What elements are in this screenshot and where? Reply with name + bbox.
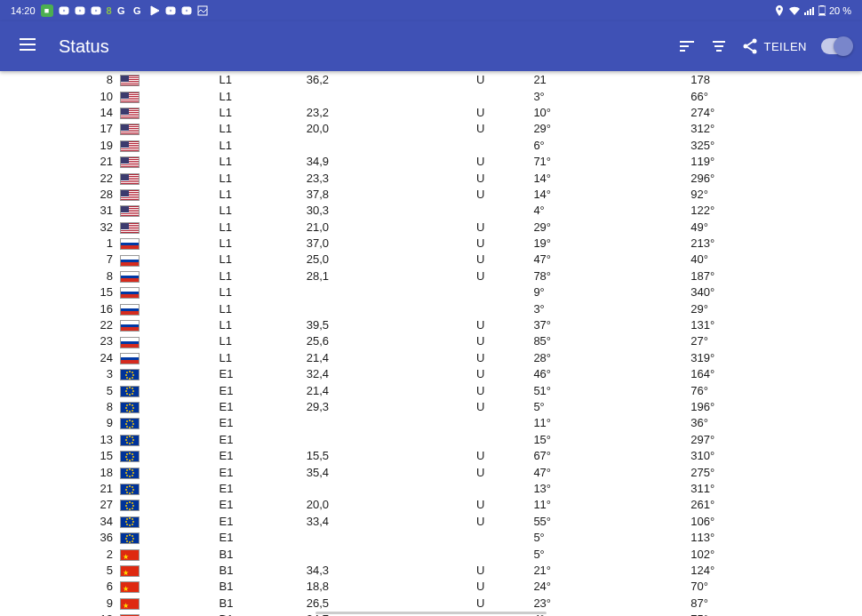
sat-azim: 40° (687, 252, 862, 268)
sat-azim: 261° (687, 497, 862, 513)
table-row: 15L19°340° (0, 284, 862, 300)
table-row: 7L125,0U47°40° (0, 252, 862, 268)
toggle-switch[interactable] (821, 38, 851, 54)
sat-azim: 325° (687, 138, 862, 154)
sat-snr: 37,8 (303, 187, 431, 203)
sat-used: U (431, 563, 530, 579)
sort-button[interactable] (671, 30, 703, 62)
satellite-table: 8L136,2U2117810L13°66°14L123,2U10°274°17… (0, 72, 862, 616)
table-row: 19L16°325° (0, 138, 862, 154)
sat-snr: 30,3 (303, 203, 431, 219)
table-row: 28L137,8U14°92° (0, 187, 862, 203)
sat-elev: 71° (530, 154, 687, 170)
sat-azim: 29° (687, 300, 862, 316)
flag-cn-icon (120, 581, 140, 593)
flag-eu-icon (120, 402, 140, 413)
sat-used (431, 481, 530, 497)
svg-marker-8 (151, 6, 159, 15)
sat-elev: 24° (530, 579, 687, 595)
flag-eu-icon (120, 386, 140, 397)
sat-azim: 310° (687, 448, 862, 464)
table-row: 13E115°297° (0, 432, 862, 448)
flag-eu-icon (120, 516, 140, 528)
sat-azim: 187° (687, 268, 862, 284)
sat-snr: 35,4 (303, 464, 431, 480)
sat-used (431, 546, 530, 562)
sat-snr (303, 415, 431, 431)
table-row: 31L130,34°122° (0, 203, 862, 219)
flag-us-icon (120, 108, 140, 119)
table-row: 8L136,2U21178 (0, 72, 862, 88)
flag-cn-icon (120, 598, 140, 610)
youtube-icon (75, 5, 85, 16)
sat-flag (116, 154, 215, 170)
flag-us-icon (120, 140, 140, 152)
sat-used: U (431, 154, 530, 170)
sat-azim: 274° (687, 105, 862, 121)
flag-eu-icon (120, 468, 140, 479)
sat-used: U (431, 350, 530, 366)
flag-us-icon (120, 124, 140, 135)
sat-used: U (431, 252, 530, 268)
sat-snr (303, 284, 431, 300)
sat-id: 21 (0, 481, 116, 497)
sat-elev: 14° (530, 170, 687, 186)
sat-snr: 20,0 (303, 121, 431, 137)
table-row: 8L128,1U78°187° (0, 268, 862, 284)
flag-ru-icon (120, 320, 140, 332)
sat-id: 21 (0, 154, 116, 170)
sat-azim: 66° (687, 88, 862, 104)
page-title: Status (59, 36, 109, 57)
sat-flag (116, 399, 215, 415)
sat-signal: B1 (215, 563, 302, 579)
table-row: 15E115,5U67°310° (0, 448, 862, 464)
sat-used: U (431, 514, 530, 530)
sat-signal: E1 (215, 432, 302, 448)
menu-button[interactable] (11, 28, 44, 65)
sat-flag (116, 170, 215, 186)
sat-signal: E1 (215, 530, 302, 546)
table-row: 9E111°36° (0, 415, 862, 431)
youtube-icon (59, 5, 69, 16)
sat-flag (116, 333, 215, 349)
table-row: 23L125,6U85°27° (0, 333, 862, 349)
sat-signal: L1 (215, 350, 302, 366)
table-row: 21E113°311° (0, 481, 862, 497)
table-row: 10L13°66° (0, 88, 862, 104)
sat-used: U (431, 579, 530, 595)
sat-azim: 164° (687, 366, 862, 382)
flag-us-icon (120, 205, 140, 217)
sat-used: U (431, 170, 530, 186)
sat-id: 22 (0, 170, 116, 186)
sat-snr (303, 300, 431, 316)
sat-used (431, 300, 530, 316)
sat-id: 7 (0, 252, 116, 268)
sat-elev: 28° (530, 350, 687, 366)
satellite-table-container[interactable]: 8L136,2U2117810L13°66°14L123,2U10°274°17… (0, 71, 862, 616)
sat-snr: 34,3 (303, 563, 431, 579)
flag-eu-icon (120, 418, 140, 429)
sat-flag (116, 546, 215, 562)
sat-id: 6 (0, 579, 116, 595)
sat-elev: 67° (530, 448, 687, 464)
sat-id: 13 (0, 432, 116, 448)
sat-flag (116, 236, 215, 252)
table-row: 5E121,4U51°76° (0, 382, 862, 398)
flag-eu-icon (120, 532, 140, 544)
sat-snr: 15,5 (303, 448, 431, 464)
sat-flag (116, 203, 215, 219)
sat-snr: 34,9 (303, 154, 431, 170)
flag-cn-icon (120, 565, 140, 577)
filter-button[interactable] (703, 30, 735, 62)
sat-azim: 92° (687, 187, 862, 203)
sat-elev: 11° (530, 497, 687, 513)
sat-signal: E1 (215, 464, 302, 480)
share-button[interactable]: TEILEN (735, 31, 814, 61)
sat-used (431, 432, 530, 448)
flag-ru-icon (120, 353, 140, 364)
flag-us-icon (120, 75, 140, 86)
sat-signal: L1 (215, 138, 302, 154)
sat-azim: 275° (687, 464, 862, 480)
sat-id: 10 (0, 88, 116, 104)
table-row: 16L13°29° (0, 300, 862, 316)
